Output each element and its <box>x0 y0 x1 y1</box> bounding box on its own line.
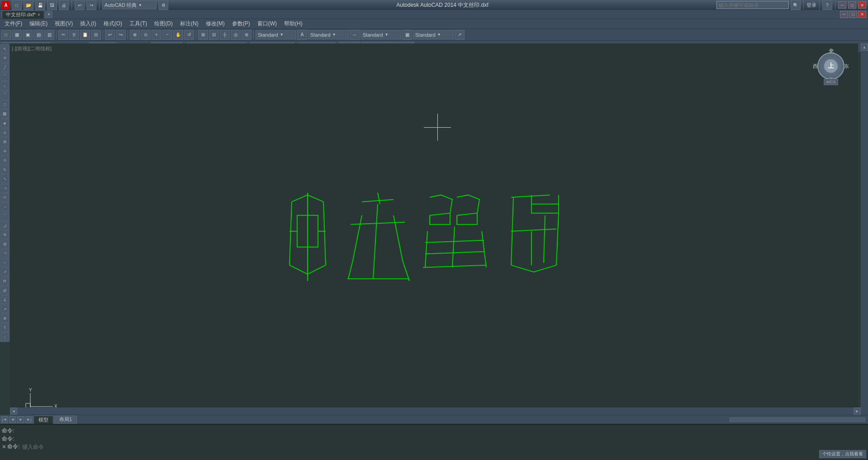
menu-window[interactable]: 窗口(W) <box>254 19 280 29</box>
tb-redo[interactable]: ↪ <box>116 30 126 40</box>
app-min-btn[interactable]: ─ <box>838 1 846 9</box>
tb-pan[interactable]: ✋ <box>173 30 183 40</box>
tb-copy[interactable]: ⎘ <box>69 30 79 40</box>
tb-ortho[interactable]: ┼ <box>220 30 230 40</box>
menu-view[interactable]: 视图(V) <box>51 19 76 29</box>
scrollbar-right[interactable]: ▲ ▼ <box>861 43 868 424</box>
tool-circle[interactable]: ○ <box>0 81 9 91</box>
tb-save[interactable]: ▣ <box>23 30 33 40</box>
login-label[interactable]: 登录 <box>806 2 816 9</box>
menu-format[interactable]: 格式(O) <box>100 19 126 29</box>
menu-file[interactable]: 文件(F) <box>1 19 26 29</box>
menu-dimension[interactable]: 标注(N) <box>176 19 202 29</box>
tool-trim[interactable]: ✂ <box>0 193 9 202</box>
menu-edit[interactable]: 编辑(E) <box>26 19 51 29</box>
tb-matchprop[interactable]: ⊟ <box>91 30 101 40</box>
file-tab[interactable]: 中文丝印.dxf* × <box>2 10 44 19</box>
text-style-dropdown[interactable]: Standard ▼ <box>256 30 296 39</box>
tool-offset[interactable]: ⊜ <box>0 230 9 240</box>
tb-dimstyle-icon[interactable]: ↔ <box>350 30 360 40</box>
tb-polar[interactable]: ◎ <box>231 30 241 40</box>
tb-zoom-out[interactable]: − <box>162 30 172 40</box>
tb-paste[interactable]: 📋 <box>80 30 90 40</box>
menu-draw[interactable]: 绘图(D) <box>151 19 176 29</box>
tool-hatch[interactable]: ▦ <box>0 110 9 119</box>
tb-undo[interactable]: ↩ <box>105 30 115 40</box>
tool-rotate[interactable]: ↻ <box>0 165 9 174</box>
cmd-input-field[interactable] <box>22 444 203 450</box>
tb-textstyle-icon[interactable]: A <box>297 30 307 40</box>
tab-first-btn[interactable]: |◄ <box>1 416 8 423</box>
workspace-dropdown[interactable]: AutoCAD 经典 ▼ <box>102 0 157 10</box>
tb-mlstyle-icon[interactable]: ↗ <box>455 30 465 40</box>
tool-line[interactable]: ╱ <box>0 63 9 72</box>
scroll-right-up[interactable]: ▲ <box>861 43 868 51</box>
scroll-bottom-left[interactable]: ◄ <box>10 407 17 415</box>
tb-cut[interactable]: ✂ <box>58 30 68 40</box>
tool-erase[interactable]: ✕ <box>0 54 9 63</box>
cmd-x-icon[interactable]: ✕ <box>2 444 6 450</box>
horizontal-scroll-thumb[interactable] <box>730 417 865 422</box>
tool-arc[interactable]: ⌒ <box>0 91 9 100</box>
tb-print[interactable]: ▤ <box>33 30 43 40</box>
tool-dim-radius[interactable]: R <box>0 277 9 286</box>
canvas-area[interactable]: [-][前视][二维线框] <box>10 43 858 424</box>
tool-dim-aligned[interactable]: ↗ <box>0 268 9 277</box>
menu-insert[interactable]: 插入(I) <box>76 19 100 29</box>
tb-orbit[interactable]: ↺ <box>184 30 194 40</box>
tb-zoom-all[interactable]: ⊙ <box>141 30 151 40</box>
tool-fillet[interactable]: ⌒ <box>0 212 9 221</box>
tool-block[interactable]: ⊞ <box>0 137 9 146</box>
menu-modify[interactable]: 修改(M) <box>202 19 228 29</box>
menu-help[interactable]: 帮助(H) <box>280 19 306 29</box>
tab-last-btn[interactable]: ►| <box>25 416 33 423</box>
tool-leader[interactable]: ↗ <box>0 305 9 314</box>
tool-text-edit[interactable]: T <box>0 323 9 332</box>
tool-dim-linear[interactable]: ↔ <box>0 258 9 267</box>
menu-tools[interactable]: 工具(T) <box>126 19 151 29</box>
settings-btn[interactable]: 个性设置，点我看看 <box>819 450 866 458</box>
tool-dim-angle[interactable]: ∠ <box>0 295 9 304</box>
tool-break[interactable]: ⊣ <box>0 249 9 258</box>
tool-dim-ordinate[interactable]: ⊕ <box>0 314 9 323</box>
tb-grid[interactable]: ⊞ <box>198 30 208 40</box>
tab-model[interactable]: 模型 <box>33 416 53 424</box>
quick-access-saveas[interactable]: 🖫 <box>47 0 57 10</box>
tool-rect[interactable]: □ <box>0 100 9 109</box>
tb-zoom-win[interactable]: ⊕ <box>130 30 140 40</box>
multileader-style-dropdown[interactable]: Standard ▼ <box>413 30 454 39</box>
tool-mirror[interactable]: ⊣ <box>0 184 9 193</box>
menu-params[interactable]: 参数(P) <box>228 19 254 29</box>
tool-chamfer[interactable]: ◿ <box>0 221 9 230</box>
tab-layout1[interactable]: 布局1 <box>54 416 77 424</box>
scrollbar-bottom[interactable]: ◄ ► <box>10 407 861 415</box>
tool-scale[interactable]: ⤡ <box>0 174 9 183</box>
tab-prev-btn[interactable]: ◄ <box>9 416 16 423</box>
tool-dim-diameter[interactable]: Ø <box>0 286 9 295</box>
help-btn[interactable]: ? <box>822 0 832 10</box>
search-icon[interactable]: 🔍 <box>791 0 801 10</box>
tool-copy[interactable]: ⎘ <box>0 156 9 165</box>
quick-access-open[interactable]: 📂 <box>24 0 33 10</box>
file-tab-close[interactable]: × <box>38 12 40 17</box>
tb-zoom-in[interactable]: + <box>152 30 161 40</box>
search-input[interactable] <box>716 1 789 9</box>
tool-array[interactable]: ⊞ <box>0 240 9 249</box>
tool-text[interactable]: A <box>0 128 9 137</box>
app-restore-btn[interactable]: □ <box>848 1 856 9</box>
tb-open[interactable]: ▦ <box>12 30 22 40</box>
quick-access-redo[interactable]: ↪ <box>86 0 96 10</box>
quick-access-save[interactable]: 💾 <box>35 0 45 10</box>
tool-move[interactable]: ✛ <box>0 147 9 156</box>
tool-region[interactable]: ◈ <box>0 119 9 128</box>
tb-snap[interactable]: ⊟ <box>209 30 219 40</box>
tb-tablestyle-icon[interactable]: ▦ <box>402 30 412 40</box>
tool-select[interactable]: ↖ <box>0 44 9 53</box>
table-style-dropdown[interactable]: Standard ▼ <box>360 30 401 39</box>
tb-osnap[interactable]: ⊛ <box>242 30 251 40</box>
tool-extra[interactable]: ↓ <box>0 332 9 341</box>
tool-polyline[interactable]: ⌒ <box>0 72 9 81</box>
doc-restore-btn[interactable]: □ <box>849 11 857 18</box>
tb-new[interactable]: □ <box>1 30 11 40</box>
dim-style-dropdown[interactable]: Standard ▼ <box>308 30 349 39</box>
